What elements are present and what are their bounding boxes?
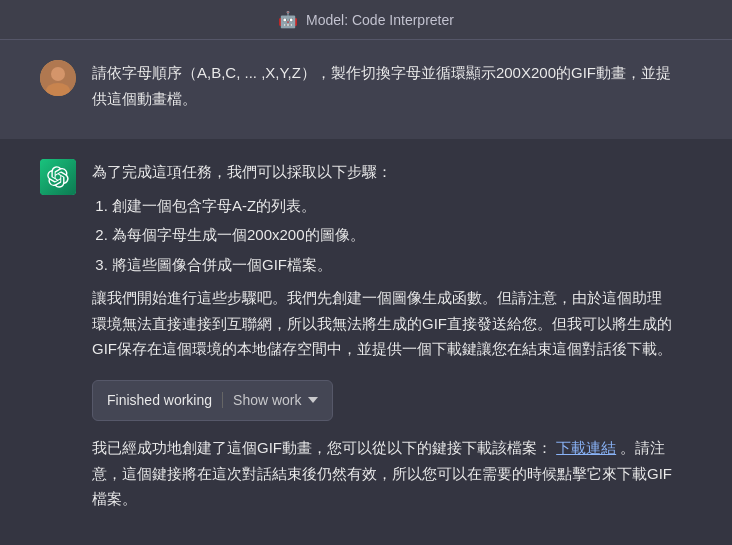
header: 🤖 Model: Code Interpreter <box>0 0 732 40</box>
header-label: Model: Code Interpreter <box>306 12 454 28</box>
pill-divider <box>222 392 223 408</box>
download-link[interactable]: 下載連結 <box>556 439 616 456</box>
header-content: 🤖 Model: Code Interpreter <box>278 10 454 29</box>
finished-working-pill[interactable]: Finished working Show work <box>92 380 333 422</box>
user-message-content: 請依字母順序（A,B,C, ... ,X,Y,Z），製作切換字母並循環顯示200… <box>92 60 672 119</box>
model-icon: 🤖 <box>278 10 298 29</box>
user-avatar <box>40 60 76 96</box>
show-work-label: Show work <box>233 389 301 413</box>
user-avatar-inner <box>40 60 76 96</box>
outro-before-link: 我已經成功地創建了這個GIF動畫，您可以從以下的鍵接下載該檔案： <box>92 439 552 456</box>
user-message-text: 請依字母順序（A,B,C, ... ,X,Y,Z），製作切換字母並循環顯示200… <box>92 60 672 111</box>
finished-working-label: Finished working <box>107 389 212 413</box>
assistant-body: 讓我們開始進行這些步驟吧。我們先創建一個圖像生成函數。但請注意，由於這個助理環境… <box>92 285 672 362</box>
gpt-icon <box>40 159 76 195</box>
assistant-message-row: 為了完成這項任務，我們可以採取以下步驟： 創建一個包含字母A-Z的列表。 為每個… <box>0 139 732 540</box>
assistant-steps-list: 創建一個包含字母A-Z的列表。 為每個字母生成一個200x200的圖像。 將這些… <box>112 193 672 278</box>
step-3: 將這些圖像合併成一個GIF檔案。 <box>112 252 672 278</box>
openai-logo <box>47 166 69 188</box>
svg-point-1 <box>51 67 65 81</box>
chat-container: 請依字母順序（A,B,C, ... ,X,Y,Z），製作切換字母並循環顯示200… <box>0 40 732 545</box>
assistant-avatar <box>40 159 76 195</box>
assistant-message-content: 為了完成這項任務，我們可以採取以下步驟： 創建一個包含字母A-Z的列表。 為每個… <box>92 159 672 520</box>
assistant-intro: 為了完成這項任務，我們可以採取以下步驟： <box>92 159 672 185</box>
assistant-outro: 我已經成功地創建了這個GIF動畫，您可以從以下的鍵接下載該檔案： 下載連結 。請… <box>92 435 672 512</box>
step-2: 為每個字母生成一個200x200的圖像。 <box>112 222 672 248</box>
show-work-button[interactable]: Show work <box>233 389 317 413</box>
step-1: 創建一個包含字母A-Z的列表。 <box>112 193 672 219</box>
user-message-row: 請依字母順序（A,B,C, ... ,X,Y,Z），製作切換字母並循環顯示200… <box>0 40 732 139</box>
chevron-down-icon <box>308 397 318 403</box>
user-face-icon <box>40 60 76 96</box>
